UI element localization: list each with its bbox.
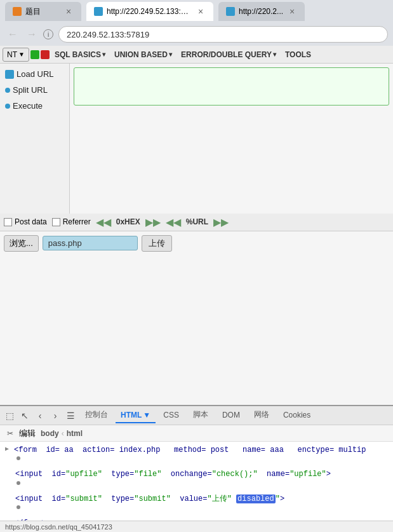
post-data-checkbox[interactable] — [4, 218, 12, 226]
forward-button[interactable]: → — [24, 27, 39, 42]
sidebar-item-load-url-label: Load URL — [17, 69, 54, 79]
sidebar-item-split-url-label: Split URL — [13, 85, 48, 95]
encode2-right-arrow[interactable]: ▶▶ — [213, 216, 229, 228]
file-display: pass.php — [43, 236, 138, 250]
breadcrumb-html[interactable]: html — [67, 429, 83, 438]
html-line-input-submit: <input id="submit" type="submit" value="… — [5, 493, 388, 505]
devtools-tab-html-arrow: ▼ — [143, 411, 150, 419]
devtools-tab-css[interactable]: CSS — [157, 408, 185, 423]
html-source: ▶ <form id= aa action= index.php method=… — [0, 442, 393, 521]
devtools-tab-console[interactable]: 控制台 — [79, 407, 114, 424]
browser-tab-2[interactable]: http://220.249.52.133:57819/ × — [86, 2, 213, 21]
upload-row: 浏览... pass.php 上传 — [0, 231, 393, 256]
tab-label-2: http://220.249.52.133:57819/ — [107, 7, 192, 16]
indent-4 — [5, 493, 13, 505]
encode1-left-arrow[interactable]: ◀◀ — [96, 216, 111, 228]
breadcrumb: body ‹ html — [41, 429, 83, 438]
breadcrumb-body[interactable]: body — [41, 429, 59, 438]
form-tag: <form id= aa action= index.php method= p… — [14, 444, 366, 456]
dot-marker-3 — [17, 505, 20, 509]
sqli-menu-tools[interactable]: TOOLS — [281, 49, 315, 60]
status-url: https://blog.csdn.net/qq_45041723 — [5, 523, 112, 531]
tab-favicon-1 — [13, 7, 22, 16]
post-data-option: Post data — [4, 217, 47, 226]
devtools-tab-dom-label: DOM — [222, 411, 240, 419]
html-line-form: ▶ <form id= aa action= index.php method=… — [5, 444, 388, 456]
referrer-label: Referrer — [63, 217, 91, 226]
devtools-tabs: ⬚ ↖ ‹ › ☰ 控制台 HTML ▼ CSS 脚本 DOM 网络 — [0, 406, 393, 425]
split-url-icon — [5, 88, 10, 93]
devtools-tab-cookies[interactable]: Cookies — [277, 408, 317, 423]
address-bar[interactable] — [58, 26, 388, 43]
html-line-dot-1 — [5, 456, 388, 468]
referrer-option: Referrer — [52, 217, 91, 226]
sql-basics-chevron: ▾ — [102, 51, 105, 58]
sqli-dropdown-label: NT — [7, 50, 17, 59]
devtools-edit-label: 编辑 — [19, 428, 36, 439]
devtools-tab-console-label: 控制台 — [85, 410, 108, 419]
sidebar-item-execute-label: Execute — [13, 101, 43, 111]
browse-button[interactable]: 浏览... — [4, 235, 39, 252]
referrer-checkbox[interactable] — [52, 218, 60, 226]
sqli-menu-sql-basics[interactable]: SQL BASICS ▾ — [51, 49, 109, 60]
green-btn-icon — [30, 50, 39, 59]
sqli-menu-error-query[interactable]: ERROR/DOUBLE QUERY ▾ — [177, 49, 280, 60]
tab-favicon-3 — [226, 7, 235, 16]
devtools-tab-dom[interactable]: DOM — [216, 408, 246, 423]
html-line-dot-2 — [5, 481, 388, 493]
sidebar-item-execute[interactable]: Execute — [0, 98, 69, 114]
devtools-tab-network-label: 网络 — [254, 410, 269, 419]
back-button[interactable]: ← — [5, 27, 20, 42]
devtools-next-btn[interactable]: › — [48, 409, 62, 423]
devtools-list-btn[interactable]: ☰ — [63, 409, 77, 423]
tab-favicon-2 — [94, 7, 103, 16]
red-btn-icon — [41, 50, 50, 59]
browser-addressbar: ← → i — [0, 23, 393, 46]
devtools-tab-cookies-label: Cookies — [283, 411, 310, 419]
union-based-chevron: ▾ — [169, 51, 172, 58]
devtools-tab-script[interactable]: 脚本 — [187, 407, 215, 424]
encode2-label: %URL — [186, 217, 208, 226]
dot-marker-1 — [17, 456, 20, 460]
browser-titlebar: 题目 × http://220.249.52.133:57819/ × http… — [0, 0, 393, 23]
devtools-pick-btn[interactable]: ↖ — [18, 409, 32, 423]
devtools-tab-script-label: 脚本 — [193, 410, 208, 419]
devtools-panel: ⬚ ↖ ‹ › ☰ 控制台 HTML ▼ CSS 脚本 DOM 网络 — [0, 405, 393, 532]
devtools-tab-network[interactable]: 网络 — [248, 407, 276, 424]
url-input-area[interactable] — [74, 67, 389, 106]
indent-5 — [5, 505, 13, 517]
status-bar: https://blog.csdn.net/qq_45041723 — [0, 521, 393, 532]
left-sidebar: Load URL Split URL Execute — [0, 64, 70, 214]
page-area: Load URL Split URL Execute Post dat — [0, 64, 393, 405]
sqli-menu-union-based[interactable]: UNION BASED ▾ — [110, 49, 176, 60]
input-upfile-tag: <input id="upfile" type="file" onchange=… — [15, 468, 331, 481]
tab-close-2[interactable]: × — [196, 6, 206, 17]
devtools-tab-css-label: CSS — [163, 411, 179, 419]
encode1-label: 0xHEX — [116, 217, 140, 226]
sqli-toolbar: NT ▼ SQL BASICS ▾ UNION BASED ▾ ERROR/DO… — [0, 46, 393, 64]
encode1-right-arrow[interactable]: ▶▶ — [145, 216, 161, 228]
browser-tab-1[interactable]: 题目 × — [5, 2, 81, 21]
sqli-menu-error-query-label: ERROR/DOUBLE QUERY — [181, 50, 272, 59]
sqli-menu-union-based-label: UNION BASED — [114, 50, 168, 59]
browser-tab-3[interactable]: http://220.2... × — [218, 2, 305, 21]
tab-close-3[interactable]: × — [287, 6, 297, 17]
sqli-dropdown[interactable]: NT ▼ — [3, 48, 29, 62]
expand-form-icon[interactable]: ▶ — [5, 444, 11, 454]
upload-button[interactable]: 上传 — [142, 235, 172, 252]
encode2-left-arrow[interactable]: ◀◀ — [166, 216, 181, 228]
devtools-tab-html[interactable]: HTML ▼ — [116, 408, 156, 423]
sidebar-item-load-url[interactable]: Load URL — [0, 66, 69, 82]
devtools-prev-btn[interactable]: ‹ — [33, 409, 47, 423]
sidebar-item-split-url[interactable]: Split URL — [0, 82, 69, 98]
devtools-inspect-btn[interactable]: ⬚ — [3, 409, 17, 423]
disabled-highlight: disabled — [236, 494, 276, 503]
post-data-label: Post data — [15, 217, 47, 226]
devtools-scissors-btn[interactable]: ✂ — [4, 427, 17, 440]
empty-space — [0, 256, 393, 406]
sqli-menu-tools-label: TOOLS — [285, 50, 311, 59]
tab-label-3: http://220.2... — [239, 7, 283, 16]
dot-marker-2 — [17, 481, 20, 485]
browser-window: 题目 × http://220.249.52.133:57819/ × http… — [0, 0, 393, 532]
tab-close-1[interactable]: × — [63, 6, 74, 17]
